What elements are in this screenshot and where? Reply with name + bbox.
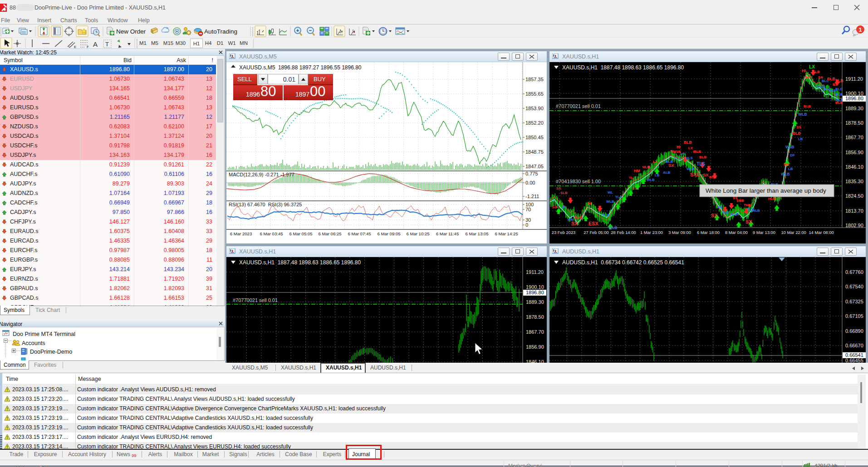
svg-text:WLB: WLB	[798, 112, 807, 117]
svg-text:1813.70: 1813.70	[845, 208, 863, 214]
svg-text:1911.20: 1911.20	[845, 76, 863, 82]
svg-text:6 Mar 07:45: 6 Mar 07:45	[348, 231, 371, 236]
svg-text:6 Mar 2023: 6 Mar 2023	[230, 231, 252, 236]
svg-text:HLB: HLB	[642, 165, 650, 169]
svg-text:0.67325: 0.67325	[845, 299, 863, 304]
svg-text:0.66455: 0.66455	[845, 358, 863, 363]
svg-text:WLB: WLB	[647, 178, 655, 182]
svg-text:HLS: HLS	[686, 156, 693, 160]
svg-text:1911.20: 1911.20	[526, 269, 544, 275]
svg-text:DF: DF	[790, 153, 795, 157]
svg-text:SX: SX	[711, 213, 718, 218]
svg-text:3 Mar 09:00: 3 Mar 09:00	[668, 230, 691, 235]
svg-text:1852.20: 1852.20	[525, 120, 544, 126]
svg-text:SX: SX	[745, 219, 752, 224]
svg-text:LX: LX	[653, 160, 658, 164]
svg-text:1856.90: 1856.90	[845, 150, 863, 155]
svg-text:A: A	[93, 40, 98, 48]
svg-text:WLB: WLB	[785, 145, 794, 149]
svg-text:23 Feb 2023: 23 Feb 2023	[552, 230, 576, 235]
svg-text:1855.65: 1855.65	[525, 91, 544, 97]
svg-text:SS: SS	[556, 186, 561, 190]
svg-text:LB: LB	[788, 167, 793, 171]
svg-text:6 Mar 09:05: 6 Mar 09:05	[377, 231, 400, 236]
svg-text:1896.80: 1896.80	[845, 96, 863, 101]
svg-text:BLB: BLB	[574, 216, 583, 220]
svg-text:1896.80: 1896.80	[526, 290, 544, 295]
svg-text:SXE: SXE	[690, 172, 700, 177]
svg-text:BLB: BLB	[666, 160, 673, 164]
svg-text:6 Mar 03:45: 6 Mar 03:45	[260, 231, 283, 236]
svg-text:1 Mar 23:00: 1 Mar 23:00	[640, 230, 663, 235]
svg-text:1850.45: 1850.45	[525, 135, 544, 140]
svg-text:BLB: BLB	[804, 104, 811, 108]
svg-text:THB: THB	[744, 203, 751, 207]
svg-text:10 Mar 22:00: 10 Mar 22:00	[781, 230, 806, 235]
svg-text:HM: HM	[634, 169, 640, 173]
svg-text:TLA: TLA	[615, 195, 623, 199]
svg-text:1856.90: 1856.90	[526, 344, 544, 350]
svg-text:SLB: SLB	[813, 70, 820, 74]
svg-text:WLB: WLB	[606, 199, 614, 204]
svg-text:0.775: 0.775	[525, 171, 538, 176]
svg-text:1867.70: 1867.70	[845, 135, 863, 140]
svg-text:8 Mar 04:00: 8 Mar 04:00	[725, 230, 748, 235]
svg-text:1867.70: 1867.70	[526, 329, 544, 335]
svg-text:#70770021 sell 0.01: #70770021 sell 0.01	[556, 103, 601, 109]
svg-text:9 Mar 13:00: 9 Mar 13:00	[753, 230, 775, 235]
svg-text:XAUUSD.s,H1 1887.48 1898.63 1: XAUUSD.s,H1 1887.48 1898.63 1886.65 1896…	[239, 259, 361, 266]
svg-text:MACD(12,26,9) -0.271 -1.977: MACD(12,26,9) -0.271 -1.977	[229, 172, 294, 177]
svg-text:1846.10: 1846.10	[526, 359, 544, 363]
svg-text:HI: HI	[588, 201, 592, 206]
svg-text:1848.75: 1848.75	[525, 149, 544, 155]
svg-text:SS: SS	[632, 186, 637, 190]
svg-text:HLS: HLS	[722, 210, 729, 214]
svg-text:XAUUSD.s,H1 1887.48 1898.63 1: XAUUSD.s,H1 1887.48 1898.63 1886.65 1896…	[562, 64, 684, 71]
svg-text:BH: BH	[784, 162, 789, 166]
svg-text:White Long Bar larger than ave: White Long Bar larger than average up bo…	[706, 187, 826, 194]
svg-text:#70419830 sell 1.00: #70419830 sell 1.00	[556, 179, 601, 184]
svg-text:1900.10: 1900.10	[526, 284, 544, 290]
svg-text:BLB: BLB	[709, 175, 716, 179]
svg-text:1878.50: 1878.50	[845, 120, 863, 126]
svg-text:+: +	[296, 28, 299, 33]
svg-text:AUDUSD.s,H1 0.66734 0.66742 0: AUDUSD.s,H1 0.66734 0.66742 0.66525 0.66…	[562, 259, 684, 266]
svg-text:TLS: TLS	[696, 161, 705, 166]
svg-text:6 Mar 14:25: 6 Mar 14:25	[495, 231, 518, 236]
svg-text:BL: BL	[562, 205, 567, 209]
svg-text:XAUUSD.s,M5 1896.88 1897.27 1: XAUUSD.s,M5 1896.88 1897.27 1896.55 1896…	[239, 64, 362, 71]
svg-text:28 Feb 14:00: 28 Feb 14:00	[611, 230, 636, 235]
svg-text:#70770021 sell 0.01: #70770021 sell 0.01	[233, 297, 278, 303]
svg-text:1: 1	[858, 26, 862, 33]
svg-text:14 Mar 08:00: 14 Mar 08:00	[809, 230, 834, 235]
svg-text:HR: HR	[568, 218, 574, 222]
svg-text:BLB: BLB	[827, 77, 835, 81]
svg-text:WL: WL	[608, 190, 613, 195]
svg-text:27 Feb 05:00: 27 Feb 05:00	[584, 230, 608, 235]
svg-text:-1.211: -1.211	[525, 194, 539, 199]
svg-text:1824.50: 1824.50	[845, 193, 863, 199]
svg-text:6 Mar 06:25: 6 Mar 06:25	[318, 231, 341, 236]
svg-text:HI: HI	[677, 145, 681, 149]
svg-text:SXT: SXT	[552, 204, 560, 209]
svg-text:0.66670: 0.66670	[845, 343, 863, 348]
svg-text:1889.30: 1889.30	[526, 299, 544, 305]
svg-text:ESX: ESX	[588, 221, 599, 226]
svg-text:AutoTrading: AutoTrading	[204, 28, 237, 35]
svg-text:TL: TL	[629, 176, 633, 180]
svg-text:SX: SX	[703, 172, 709, 177]
svg-text:1889.30: 1889.30	[845, 106, 863, 111]
svg-text:WLB: WLB	[687, 167, 695, 171]
svg-text:1857.35: 1857.35	[525, 77, 544, 82]
svg-text:0.00: 0.00	[525, 180, 535, 185]
svg-text:0.67540: 0.67540	[845, 284, 863, 289]
svg-text:SLB: SLB	[560, 191, 568, 195]
svg-text:0.66890: 0.66890	[845, 328, 863, 334]
svg-text:6 Mar 13:05: 6 Mar 13:05	[465, 231, 488, 236]
svg-text:−: −	[309, 28, 312, 33]
svg-text:LX: LX	[809, 64, 815, 69]
svg-text:HLB: HLB	[768, 197, 775, 201]
svg-text:HU: HU	[680, 152, 686, 156]
svg-text:BLB: BLB	[835, 101, 843, 105]
svg-text:6 Mar 05:05: 6 Mar 05:05	[289, 231, 312, 236]
